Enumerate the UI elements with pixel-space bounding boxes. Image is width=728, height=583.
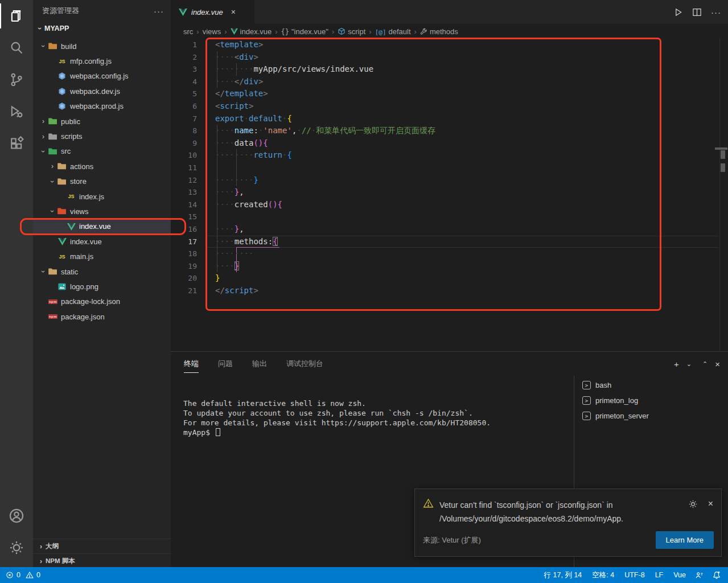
terminal-instance-label: primeton_server <box>595 412 649 420</box>
breadcrumb-item-views[interactable]: views <box>203 27 221 36</box>
chevron-right-icon: › <box>39 133 48 141</box>
breadcrumb-separator: › <box>224 27 227 36</box>
panel-tab-问题[interactable]: 问题 <box>218 355 233 372</box>
tree-item-index.js[interactable]: JSindex.js <box>33 189 171 204</box>
maximize-panel-button[interactable]: ⌃ <box>702 361 708 367</box>
notification-close-icon[interactable]: × <box>708 499 713 508</box>
explorer-more-actions[interactable]: ··· <box>154 6 164 16</box>
eol-setting[interactable]: LF <box>653 571 666 579</box>
tree-item-label: mfp.config.js <box>70 57 112 65</box>
folder-src-icon <box>48 147 58 156</box>
chevron-right-icon: › <box>48 162 57 170</box>
breadcrumb-item-src[interactable]: src <box>183 27 193 36</box>
folder-public-icon <box>48 117 58 126</box>
line-number: 11 <box>171 162 197 174</box>
sidebar-item-search[interactable] <box>0 32 33 64</box>
code-line-3: 3········myApp/src/views/index.vue <box>171 63 728 76</box>
tree-item-label: scripts <box>61 132 83 141</box>
tree-item-logo.png[interactable]: logo.png <box>33 279 171 294</box>
tree-item-package-lock.json[interactable]: npmpackage-lock.json <box>33 294 171 309</box>
code-line-1: 1<template> <box>171 39 728 51</box>
line-number: 6 <box>171 100 197 113</box>
tree-item-mfp.config.js[interactable]: JSmfp.config.js <box>33 54 171 68</box>
tree-item-webpack.config.js[interactable]: webpack.config.js <box>33 69 171 84</box>
feedback-icon[interactable] <box>694 571 705 580</box>
tree-item-webpack.prod.js[interactable]: webpack.prod.js <box>33 99 171 114</box>
panel-tab-终端[interactable]: 终端 <box>184 355 199 373</box>
terminal-dropdown-chevron-icon[interactable]: ⌄ <box>686 361 692 367</box>
tree-item-static[interactable]: ›static <box>33 264 171 279</box>
tree-item-webpack.dev.js[interactable]: webpack.dev.js <box>33 84 171 98</box>
notification-settings-gear-icon[interactable] <box>688 499 698 509</box>
tree-item-scripts[interactable]: ›scripts <box>33 129 171 143</box>
panel-tab-调试控制台[interactable]: 调试控制台 <box>286 355 323 372</box>
breadcrumb-item-index.vue[interactable]: index.vue <box>231 27 272 36</box>
breadcrumb: src›views›index.vue›{}"index.vue"›script… <box>171 24 728 39</box>
vscode-window: 资源管理器 ··· › MYAPP ›buildJSmfp.config.jsw… <box>0 0 728 583</box>
sidebar-item-source-control[interactable] <box>0 64 33 96</box>
tree-item-label: index.vue <box>70 237 102 246</box>
tree-item-main.js[interactable]: JSmain.js <box>33 249 171 264</box>
editor-tab-strip: index.vue × ··· <box>171 0 728 24</box>
breadcrumb-item-default[interactable]: [@]default <box>375 27 411 36</box>
tree-item-build[interactable]: ›build <box>33 39 171 54</box>
folder-icon <box>48 267 58 276</box>
terminal-icon: > <box>582 396 591 405</box>
account-button[interactable] <box>0 500 33 532</box>
tree-item-index.vue[interactable]: index.vue <box>33 219 171 234</box>
language-mode[interactable]: Vue <box>671 571 688 579</box>
line-number: 7 <box>171 113 197 125</box>
tree-item-views[interactable]: ›views <box>33 204 171 219</box>
code-editor[interactable]: 1<template>2····<div>3········myApp/src/… <box>171 39 728 352</box>
terminal-instance-bash[interactable]: >bash <box>574 377 728 393</box>
encoding-setting[interactable]: UTF-8 <box>622 571 647 579</box>
breadcrumb-item-script[interactable]: script <box>338 27 365 36</box>
sidebar-item-run-debug[interactable] <box>0 96 33 128</box>
cursor-position[interactable]: 行 17, 列 14 <box>542 570 585 580</box>
line-number: 17 <box>171 236 197 248</box>
line-number: 5 <box>171 88 197 100</box>
panel-resize-handle[interactable] <box>171 351 728 352</box>
terminal-instance-label: bash <box>595 381 611 389</box>
split-editor-button[interactable] <box>692 7 702 17</box>
notification-message: Vetur can't find `tsconfig.json` or `jsc… <box>439 498 667 525</box>
tree-item-package.json[interactable]: npmpackage.json <box>33 309 171 324</box>
tree-item-actions[interactable]: ›actions <box>33 159 171 174</box>
extensions-icon <box>9 136 24 151</box>
tab-index-vue[interactable]: index.vue × <box>171 0 254 24</box>
breadcrumb-item--index.vue-[interactable]: {}"index.vue" <box>281 27 328 36</box>
tree-item-label: actions <box>70 162 93 171</box>
project-root-myapp[interactable]: › MYAPP <box>33 22 171 35</box>
tree-item-src[interactable]: ›src <box>33 144 171 159</box>
breadcrumb-separator: › <box>196 27 199 36</box>
learn-more-button[interactable]: Learn More <box>656 531 714 549</box>
settings-button[interactable] <box>0 532 33 564</box>
close-icon[interactable]: × <box>231 7 236 17</box>
code-line-6: 6<script> <box>171 100 728 113</box>
chevron-right-icon: › <box>36 543 46 551</box>
tree-item-store[interactable]: ›store <box>33 174 171 189</box>
tree-item-index.vue[interactable]: index.vue <box>33 234 171 249</box>
indentation-setting[interactable]: 空格: 4 <box>590 570 616 580</box>
notifications-bell-icon[interactable] <box>711 570 722 580</box>
terminal-instance-primeton_log[interactable]: >primeton_log <box>574 393 728 408</box>
npm-scripts-section-header[interactable]: › NPM 脚本 <box>33 553 171 568</box>
outline-section-header[interactable]: › 大纲 <box>33 539 171 553</box>
panel-tab-输出[interactable]: 输出 <box>252 355 267 372</box>
code-line-13: 13····}, <box>171 186 728 199</box>
run-button[interactable] <box>673 7 683 17</box>
line-number: 21 <box>171 285 197 297</box>
new-terminal-button[interactable]: + <box>674 360 679 368</box>
chevron-down-icon: › <box>36 24 44 33</box>
breadcrumb-item-methods[interactable]: methods <box>420 27 458 36</box>
webpack-file-icon <box>57 102 67 111</box>
tree-item-public[interactable]: ›public <box>33 114 171 129</box>
code-line-17: 17····methods:{ <box>171 236 728 248</box>
more-actions-button[interactable]: ··· <box>711 7 721 17</box>
sidebar-item-extensions[interactable] <box>0 128 33 159</box>
problems-indicator[interactable]: 0 0 <box>6 571 40 579</box>
terminal-instance-primeton_server[interactable]: >primeton_server <box>574 408 728 424</box>
sidebar-title: 资源管理器 <box>42 6 79 16</box>
sidebar-item-explorer[interactable] <box>0 0 33 32</box>
close-panel-button[interactable]: × <box>715 360 720 368</box>
